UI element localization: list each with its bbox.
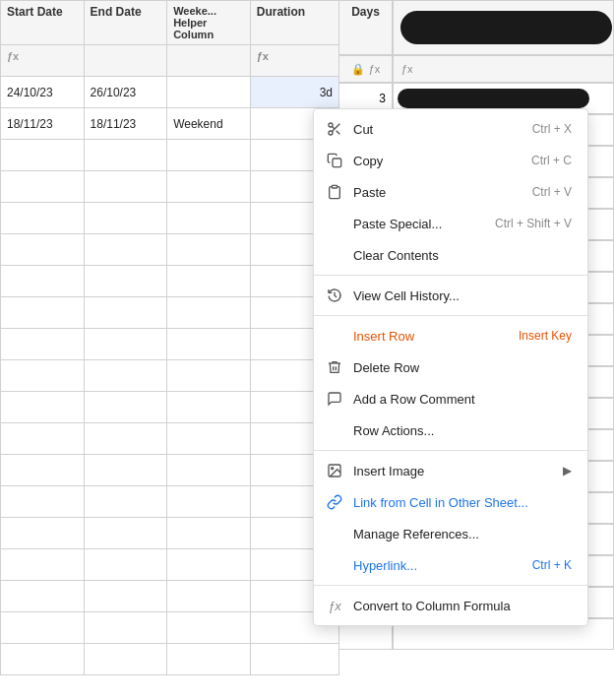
menu-item-cut[interactable]: Cut Ctrl + X [314, 113, 587, 145]
cell[interactable] [1, 140, 85, 171]
cell[interactable] [1, 266, 85, 297]
cell[interactable] [84, 644, 167, 675]
cell[interactable] [167, 297, 251, 329]
cell[interactable] [84, 549, 167, 581]
cell[interactable] [167, 549, 251, 581]
clear-icon [326, 246, 343, 264]
menu-item-cell-history[interactable]: View Cell History... [314, 280, 587, 311]
cell[interactable] [167, 329, 251, 360]
cell-helper-1[interactable] [167, 77, 251, 108]
table-row[interactable] [1, 329, 339, 360]
cell[interactable] [1, 360, 85, 392]
cell[interactable] [167, 203, 251, 234]
table-row[interactable] [1, 266, 339, 297]
menu-item-convert-formula[interactable]: ƒx Convert to Column Formula [314, 590, 587, 621]
menu-item-insert-image[interactable]: Insert Image ▶ [314, 455, 587, 486]
menu-item-add-row-comment[interactable]: Add a Row Comment [314, 383, 587, 414]
fx-start: ƒx [1, 45, 85, 77]
cell[interactable] [1, 549, 85, 581]
cell[interactable] [84, 266, 167, 297]
cell[interactable] [1, 518, 85, 549]
menu-item-copy[interactable]: Copy Ctrl + C [314, 145, 587, 176]
cell[interactable] [167, 518, 251, 549]
cell[interactable] [167, 392, 251, 423]
table-row[interactable] [1, 234, 339, 266]
table-row[interactable]: 24/10/23 26/10/23 3d [1, 77, 339, 108]
table-row[interactable] [1, 297, 339, 329]
table-row[interactable] [1, 644, 339, 675]
menu-item-manage-references[interactable]: Manage References... [314, 518, 587, 549]
cell[interactable] [84, 581, 167, 612]
table-row[interactable] [1, 423, 339, 455]
cell[interactable] [167, 266, 251, 297]
cell[interactable] [84, 203, 167, 234]
table-row[interactable] [1, 140, 339, 171]
table-row[interactable] [1, 612, 339, 644]
table-row[interactable] [1, 581, 339, 612]
cell[interactable] [167, 171, 251, 203]
cut-label: Cut [353, 122, 373, 137]
cell[interactable] [167, 140, 251, 171]
table-row[interactable] [1, 486, 339, 518]
cell[interactable] [84, 234, 167, 266]
menu-item-hyperlink[interactable]: Hyperlink... Ctrl + K [314, 549, 587, 581]
table-row[interactable]: 18/11/23 18/11/23 Weekend [1, 108, 339, 140]
cell[interactable] [1, 297, 85, 329]
cell[interactable] [84, 392, 167, 423]
cell[interactable] [167, 360, 251, 392]
cell[interactable] [84, 486, 167, 518]
table-row[interactable] [1, 203, 339, 234]
menu-item-insert-row[interactable]: Insert Row Insert Key [314, 320, 587, 351]
table-row[interactable] [1, 549, 339, 581]
menu-item-paste-special[interactable]: Paste Special... Ctrl + Shift + V [314, 208, 587, 239]
svg-rect-6 [332, 185, 337, 188]
cell[interactable] [84, 329, 167, 360]
fx-end [84, 45, 167, 77]
table-row[interactable] [1, 392, 339, 423]
cell[interactable] [1, 234, 85, 266]
menu-item-delete-row[interactable]: Delete Row [314, 351, 587, 383]
cell[interactable] [167, 455, 251, 486]
cell-end-1[interactable]: 26/10/23 [84, 77, 167, 108]
cell-end-2[interactable]: 18/11/23 [84, 108, 167, 140]
cell[interactable] [84, 455, 167, 486]
cell[interactable] [84, 423, 167, 455]
table-row[interactable] [1, 455, 339, 486]
menu-item-row-actions[interactable]: Row Actions... [314, 414, 587, 446]
cell[interactable] [1, 392, 85, 423]
cell[interactable] [1, 171, 85, 203]
cell[interactable] [1, 644, 85, 675]
table-row[interactable] [1, 360, 339, 392]
cell[interactable] [167, 581, 251, 612]
cell[interactable] [1, 455, 85, 486]
menu-item-clear-contents[interactable]: Clear Contents [314, 239, 587, 271]
cell[interactable] [1, 612, 85, 644]
cell-start-1[interactable]: 24/10/23 [1, 77, 85, 108]
cell[interactable] [167, 644, 251, 675]
cell[interactable] [167, 423, 251, 455]
cell[interactable] [84, 612, 167, 644]
cell[interactable] [84, 171, 167, 203]
cell-start-2[interactable]: 18/11/23 [1, 108, 85, 140]
cell[interactable] [250, 644, 338, 675]
cell[interactable] [84, 360, 167, 392]
cell-helper-2[interactable]: Weekend [167, 108, 251, 140]
table-row[interactable] [1, 171, 339, 203]
cell[interactable] [167, 486, 251, 518]
cell[interactable] [1, 581, 85, 612]
cell[interactable] [84, 140, 167, 171]
cell[interactable] [167, 612, 251, 644]
cell[interactable] [1, 486, 85, 518]
cell-duration-1[interactable]: 3d [250, 77, 338, 108]
cell[interactable] [84, 518, 167, 549]
cell[interactable] [84, 297, 167, 329]
cell[interactable] [167, 234, 251, 266]
cell[interactable] [1, 203, 85, 234]
cell[interactable] [1, 329, 85, 360]
table-row[interactable] [1, 518, 339, 549]
svg-point-0 [329, 123, 333, 127]
cell[interactable] [1, 423, 85, 455]
menu-item-paste[interactable]: Paste Ctrl + V [314, 176, 587, 208]
manage-ref-icon [326, 525, 343, 542]
menu-item-link-from-cell[interactable]: Link from Cell in Other Sheet... [314, 486, 587, 518]
